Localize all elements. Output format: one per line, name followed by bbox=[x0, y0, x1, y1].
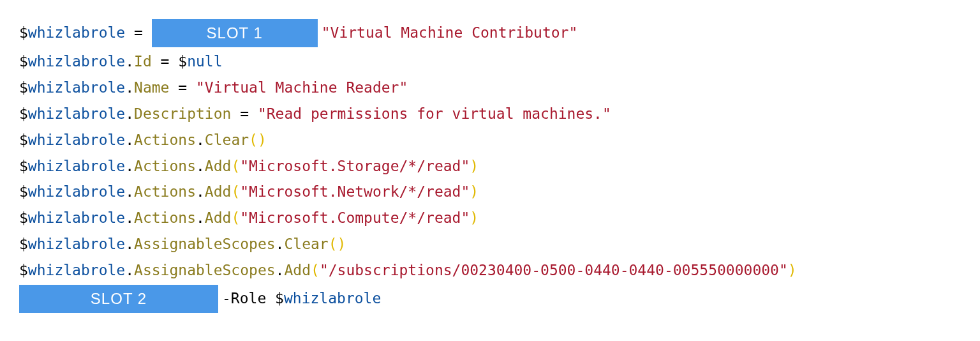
dollar-sign: $ bbox=[19, 209, 28, 226]
code-line-3: $whizlabrole.Name = "Virtual Machine Rea… bbox=[19, 76, 961, 100]
variable: whizlabrole bbox=[28, 105, 125, 122]
method: Clear bbox=[205, 132, 249, 148]
dollar-sign: $ bbox=[19, 105, 28, 122]
string-literal: "Microsoft.Network/*/read" bbox=[240, 183, 470, 200]
dot: . bbox=[125, 262, 134, 278]
method: Add bbox=[284, 262, 311, 278]
variable: whizlabrole bbox=[28, 132, 125, 148]
close-paren: ) bbox=[470, 158, 479, 174]
code-line-4: $whizlabrole.Description = "Read permiss… bbox=[19, 102, 961, 126]
code-block: $whizlabrole = SLOT 1"Virtual Machine Co… bbox=[19, 19, 961, 313]
dot: . bbox=[125, 53, 134, 70]
variable: whizlabrole bbox=[28, 236, 125, 252]
code-line-6: $whizlabrole.Actions.Add("Microsoft.Stor… bbox=[19, 155, 961, 178]
string-literal: "Virtual Machine Reader" bbox=[196, 79, 408, 96]
dollar-sign: $ bbox=[178, 53, 187, 70]
string-literal: "Microsoft.Compute/*/read" bbox=[240, 209, 470, 226]
property: Name bbox=[134, 79, 169, 96]
code-line-8: $whizlabrole.Actions.Add("Microsoft.Comp… bbox=[19, 206, 961, 230]
variable: whizlabrole bbox=[28, 262, 125, 278]
dot: . bbox=[125, 105, 134, 122]
property: Description bbox=[134, 105, 231, 122]
method: Add bbox=[205, 183, 232, 200]
dot: . bbox=[276, 262, 285, 278]
dollar-sign: $ bbox=[19, 24, 28, 41]
close-paren: ) bbox=[470, 209, 479, 226]
dot: . bbox=[125, 209, 134, 226]
dot: . bbox=[125, 158, 134, 174]
dollar-sign: $ bbox=[19, 132, 28, 148]
dollar-sign: $ bbox=[275, 289, 284, 306]
string-literal: "/subscriptions/00230400-0500-0440-0440-… bbox=[320, 262, 788, 278]
slot-2-placeholder[interactable]: SLOT 2 bbox=[19, 285, 218, 313]
code-line-5: $whizlabrole.Actions.Clear() bbox=[19, 128, 961, 152]
open-paren: ( bbox=[249, 132, 258, 148]
dollar-sign: $ bbox=[19, 236, 28, 252]
variable: whizlabrole bbox=[28, 53, 125, 70]
code-line-10: $whizlabrole.AssignableScopes.Add("/subs… bbox=[19, 259, 961, 282]
code-line-11: SLOT 2-Role $whizlabrole bbox=[19, 285, 961, 313]
property: Actions bbox=[134, 183, 196, 200]
variable: whizlabrole bbox=[28, 183, 125, 200]
variable: whizlabrole bbox=[28, 209, 125, 226]
open-paren: ( bbox=[329, 236, 338, 252]
dollar-sign: $ bbox=[19, 158, 28, 174]
dot: . bbox=[125, 132, 134, 148]
code-line-2: $whizlabrole.Id = $null bbox=[19, 50, 961, 73]
property: Actions bbox=[134, 209, 196, 226]
string-literal: "Virtual Machine Contributor" bbox=[322, 24, 578, 41]
code-line-7: $whizlabrole.Actions.Add("Microsoft.Netw… bbox=[19, 180, 961, 204]
dot: . bbox=[196, 132, 205, 148]
dollar-sign: $ bbox=[19, 262, 28, 278]
property: Id bbox=[134, 53, 152, 70]
open-paren: ( bbox=[231, 183, 240, 200]
dot: . bbox=[196, 183, 205, 200]
close-paren: ) bbox=[258, 132, 267, 148]
variable: whizlabrole bbox=[28, 79, 125, 96]
dot: . bbox=[125, 183, 134, 200]
dollar-sign: $ bbox=[19, 53, 28, 70]
parameter: -Role bbox=[222, 289, 275, 306]
close-paren: ) bbox=[338, 236, 346, 252]
dollar-sign: $ bbox=[19, 79, 28, 96]
open-paren: ( bbox=[311, 262, 320, 278]
open-paren: ( bbox=[231, 209, 240, 226]
dot: . bbox=[196, 158, 205, 174]
dollar-sign: $ bbox=[19, 183, 28, 200]
dot: . bbox=[196, 209, 205, 226]
close-paren: ) bbox=[470, 183, 479, 200]
equals: = bbox=[125, 24, 152, 41]
dot: . bbox=[125, 79, 134, 96]
close-paren: ) bbox=[788, 262, 797, 278]
method: Clear bbox=[284, 236, 328, 252]
property: AssignableScopes bbox=[134, 236, 276, 252]
code-line-9: $whizlabrole.AssignableScopes.Clear() bbox=[19, 232, 961, 256]
code-line-1: $whizlabrole = SLOT 1"Virtual Machine Co… bbox=[19, 19, 961, 47]
method: Add bbox=[205, 209, 232, 226]
property: Actions bbox=[134, 132, 196, 148]
method: Add bbox=[205, 158, 232, 174]
property: AssignableScopes bbox=[134, 262, 276, 278]
string-literal: "Microsoft.Storage/*/read" bbox=[240, 158, 470, 174]
null-keyword: null bbox=[187, 53, 222, 70]
dot: . bbox=[125, 236, 134, 252]
variable: whizlabrole bbox=[28, 24, 125, 41]
string-literal: "Read permissions for virtual machines." bbox=[258, 105, 611, 122]
equals: = bbox=[152, 53, 179, 70]
variable: whizlabrole bbox=[28, 158, 125, 174]
property: Actions bbox=[134, 158, 196, 174]
slot-1-placeholder[interactable]: SLOT 1 bbox=[152, 19, 318, 47]
equals: = bbox=[169, 79, 196, 96]
variable: whizlabrole bbox=[284, 289, 381, 306]
dot: . bbox=[276, 236, 285, 252]
equals: = bbox=[231, 105, 258, 122]
open-paren: ( bbox=[231, 158, 240, 174]
